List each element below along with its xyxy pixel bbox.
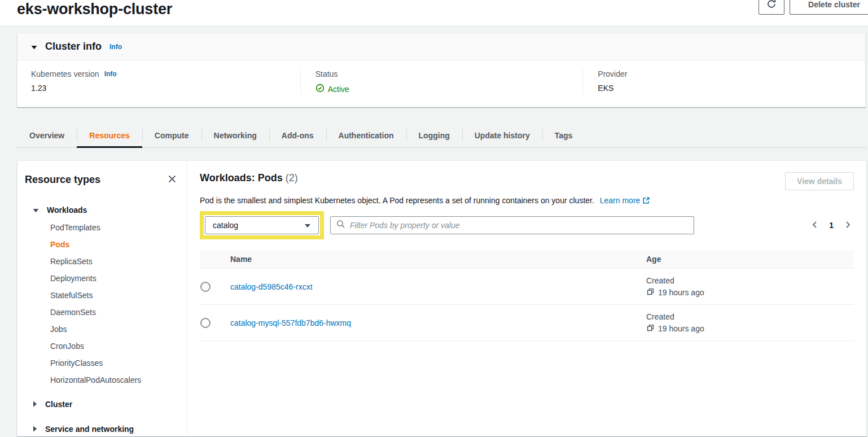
tree-group-cluster[interactable]: Cluster bbox=[25, 395, 179, 413]
namespace-filter-dropdown[interactable]: catalog bbox=[205, 216, 319, 234]
sidebar-item-pods[interactable]: Pods bbox=[25, 236, 179, 253]
age-column-header[interactable]: Age bbox=[635, 255, 854, 264]
namespace-filter-value: catalog bbox=[213, 221, 238, 230]
field-status: Status Active bbox=[300, 69, 583, 94]
row-radio-button[interactable] bbox=[200, 282, 211, 292]
cluster-info-info-link[interactable]: Info bbox=[109, 43, 122, 51]
sidebar-item-cronjobs[interactable]: CronJobs bbox=[25, 338, 179, 355]
search-input[interactable] bbox=[350, 221, 688, 230]
table-row: catalog-d5985c46-rxcxt Created 19 hou bbox=[200, 269, 854, 305]
cluster-tabs: Overview Resources Compute Networking Ad… bbox=[17, 123, 867, 148]
collapse-caret-icon bbox=[31, 42, 37, 52]
sidebar-item-replicasets[interactable]: ReplicaSets bbox=[25, 253, 179, 270]
resources-card: Resource types Workloads PodTempla bbox=[17, 160, 867, 436]
table-row: catalog-mysql-557fdb7bd6-hwxmq Created bbox=[200, 305, 854, 341]
pagination: 1 bbox=[810, 220, 854, 231]
tab-update-history[interactable]: Update history bbox=[462, 123, 542, 147]
external-link-icon bbox=[640, 196, 650, 205]
close-icon bbox=[168, 174, 177, 185]
kubernetes-version-value: 1.23 bbox=[31, 84, 300, 93]
annotation-highlight: catalog bbox=[200, 211, 324, 239]
chevron-left-icon bbox=[811, 221, 819, 230]
caret-down-icon bbox=[33, 206, 39, 215]
tree-group-service-and-networking[interactable]: Service and networking bbox=[25, 420, 179, 436]
tab-tags[interactable]: Tags bbox=[542, 123, 585, 147]
status-check-icon bbox=[315, 84, 325, 94]
pods-table: Name Age catalog-d5985c46-rxcxt Created bbox=[200, 250, 854, 341]
search-icon bbox=[336, 220, 345, 231]
pods-filter-search bbox=[330, 216, 694, 234]
pods-description: Pod is the smallest and simplest Kuberne… bbox=[200, 196, 854, 205]
cluster-info-header[interactable]: Cluster info Info bbox=[17, 33, 865, 60]
pod-name-link[interactable]: catalog-mysql-557fdb7bd6-hwxmq bbox=[230, 318, 351, 327]
tree-group-workloads[interactable]: Workloads bbox=[25, 201, 179, 219]
view-details-button[interactable]: View details bbox=[785, 172, 854, 190]
tab-authentication[interactable]: Authentication bbox=[326, 123, 406, 147]
row-radio-button[interactable] bbox=[200, 318, 211, 328]
previous-page-button[interactable] bbox=[810, 220, 820, 231]
pod-age-cell: Created 19 hours ago bbox=[635, 276, 854, 298]
current-page[interactable]: 1 bbox=[829, 221, 834, 230]
provider-label: Provider bbox=[598, 69, 865, 78]
tab-overview[interactable]: Overview bbox=[17, 123, 77, 147]
tab-add-ons[interactable]: Add-ons bbox=[269, 123, 326, 147]
refresh-button[interactable] bbox=[759, 0, 784, 15]
caret-right-icon bbox=[33, 400, 37, 409]
pods-heading: Workloads: Pods (2) bbox=[200, 172, 298, 184]
tab-resources[interactable]: Resources bbox=[77, 123, 142, 147]
copy-icon[interactable] bbox=[646, 287, 655, 298]
resource-types-title: Resource types bbox=[25, 174, 100, 186]
tab-compute[interactable]: Compute bbox=[142, 123, 201, 147]
status-label: Status bbox=[315, 69, 583, 78]
cluster-info-title: Cluster info bbox=[45, 41, 102, 53]
cluster-info-card: Cluster info Info Kubernetes version Inf… bbox=[17, 33, 866, 107]
resource-tree: Workloads PodTemplates Pods ReplicaSets … bbox=[25, 201, 179, 436]
name-column-header[interactable]: Name bbox=[230, 255, 635, 264]
copy-icon[interactable] bbox=[646, 324, 655, 334]
tab-logging[interactable]: Logging bbox=[406, 123, 462, 147]
header-actions: Delete cluster bbox=[759, 0, 868, 15]
kubernetes-version-label: Kubernetes version bbox=[31, 69, 99, 78]
sidebar-item-statefulsets[interactable]: StatefulSets bbox=[25, 287, 179, 304]
resource-types-sidebar: Resource types Workloads PodTempla bbox=[17, 161, 187, 436]
tab-networking[interactable]: Networking bbox=[201, 123, 269, 147]
page-title: eks-workshop-cluster bbox=[17, 0, 868, 18]
field-kubernetes-version: Kubernetes version Info 1.23 bbox=[17, 69, 300, 94]
pods-count: (2) bbox=[286, 172, 298, 183]
filter-row: catalog bbox=[200, 211, 854, 239]
cluster-info-body: Kubernetes version Info 1.23 Status Acti… bbox=[17, 60, 865, 107]
field-provider: Provider EKS bbox=[582, 69, 865, 94]
kubernetes-version-info-link[interactable]: Info bbox=[104, 70, 117, 78]
learn-more-link[interactable]: Learn more bbox=[600, 196, 651, 205]
next-page-button[interactable] bbox=[843, 220, 853, 231]
provider-value: EKS bbox=[598, 84, 865, 93]
table-header-row: Name Age bbox=[200, 250, 854, 269]
pod-age-cell: Created 19 hours ago bbox=[635, 312, 854, 334]
sidebar-item-priorityclasses[interactable]: PriorityClasses bbox=[25, 355, 179, 372]
close-sidebar-button[interactable] bbox=[165, 172, 179, 187]
status-badge: Active bbox=[315, 84, 583, 94]
pods-panel: Workloads: Pods (2) View details Pod is … bbox=[187, 161, 866, 436]
sidebar-item-deployments[interactable]: Deployments bbox=[25, 270, 179, 287]
refresh-icon bbox=[766, 0, 777, 11]
delete-cluster-label: Delete cluster bbox=[808, 0, 860, 9]
sidebar-item-horizontalpodautoscalers[interactable]: HorizontalPodAutoscalers bbox=[25, 372, 179, 388]
page: eks-workshop-cluster Delete cluster Clus… bbox=[0, 0, 868, 436]
page-header: eks-workshop-cluster Delete cluster bbox=[0, 0, 868, 26]
status-value: Active bbox=[328, 85, 349, 94]
delete-cluster-button[interactable]: Delete cluster bbox=[790, 0, 868, 15]
sidebar-item-jobs[interactable]: Jobs bbox=[25, 321, 179, 338]
caret-right-icon bbox=[33, 425, 37, 434]
chevron-down-icon bbox=[304, 221, 311, 230]
sidebar-item-daemonsets[interactable]: DaemonSets bbox=[25, 304, 179, 321]
chevron-right-icon bbox=[844, 221, 852, 230]
pod-name-link[interactable]: catalog-d5985c46-rxcxt bbox=[230, 282, 313, 291]
sidebar-item-podtemplates[interactable]: PodTemplates bbox=[25, 219, 179, 236]
